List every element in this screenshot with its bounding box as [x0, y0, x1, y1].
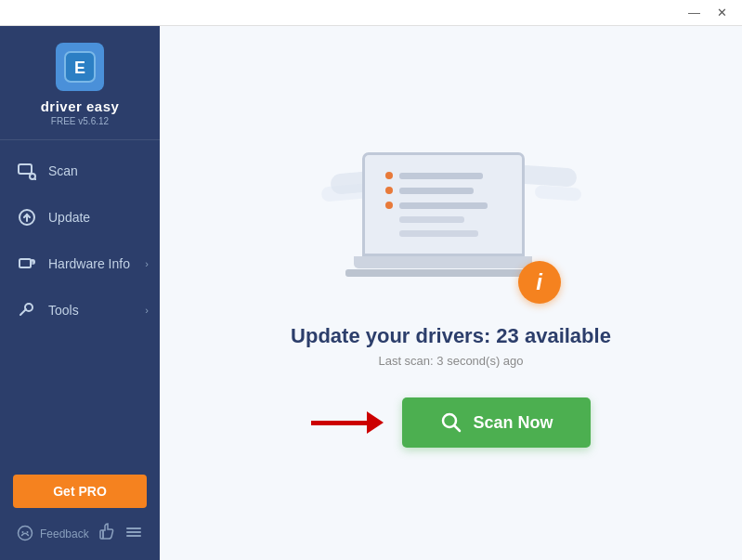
- sidebar-footer: Get PRO Feedback: [0, 465, 160, 560]
- get-pro-button[interactable]: Get PRO: [13, 475, 147, 508]
- scan-row: Scan Now: [311, 397, 590, 448]
- laptop: [362, 152, 540, 277]
- scan-now-button[interactable]: Scan Now: [402, 397, 590, 448]
- minimize-button[interactable]: —: [681, 4, 708, 21]
- titlebar: — ✕: [0, 0, 742, 26]
- arrow-body: [311, 421, 367, 425]
- main-text-area: Update your drivers: 23 available Last s…: [291, 324, 611, 368]
- tools-icon: [17, 300, 37, 320]
- sidebar-nav: Scan Update i: [0, 140, 160, 465]
- svg-line-19: [455, 426, 461, 432]
- main-title: Update your drivers: 23 available: [291, 324, 611, 348]
- arrow-right: [311, 411, 384, 434]
- hardware-info-icon: i: [17, 254, 37, 274]
- logo-icon: E: [56, 43, 104, 91]
- svg-rect-2: [19, 164, 32, 174]
- list-icon[interactable]: [124, 523, 143, 545]
- scan-icon: [17, 161, 37, 181]
- main-content: i Update your drivers: 23 available Last…: [160, 26, 742, 560]
- svg-point-13: [27, 531, 29, 533]
- logo-version: FREE v5.6.12: [51, 116, 109, 126]
- arrow-head: [367, 411, 384, 434]
- sidebar-item-scan[interactable]: Scan: [0, 148, 160, 194]
- thumbsup-icon[interactable]: [98, 523, 116, 545]
- sidebar-item-hardware-info[interactable]: i Hardware Info ›: [0, 241, 160, 287]
- update-icon: [17, 207, 37, 228]
- svg-text:E: E: [74, 59, 85, 77]
- feedback-label: Feedback: [40, 527, 89, 540]
- scan-now-label: Scan Now: [473, 413, 553, 433]
- sidebar-item-hardware-info-label: Hardware Info: [48, 256, 130, 271]
- illustration: i: [321, 138, 581, 315]
- sidebar-item-tools-label: Tools: [48, 303, 79, 318]
- sidebar-item-scan-label: Scan: [48, 163, 78, 178]
- main-subtitle: Last scan: 3 second(s) ago: [291, 354, 611, 368]
- app-container: E driver easy FREE v5.6.12 Scan: [0, 26, 742, 560]
- sidebar-bottom: Feedback: [13, 517, 147, 545]
- feedback-item[interactable]: Feedback: [17, 525, 89, 544]
- svg-point-12: [22, 531, 24, 533]
- logo-title: driver easy: [41, 98, 120, 114]
- sidebar-item-tools[interactable]: Tools ›: [0, 287, 160, 333]
- sidebar-item-update-label: Update: [48, 210, 90, 225]
- close-button[interactable]: ✕: [709, 4, 735, 21]
- feedback-icon: [17, 525, 33, 544]
- svg-line-4: [35, 179, 37, 181]
- svg-rect-14: [100, 530, 103, 539]
- svg-point-10: [25, 304, 33, 311]
- scan-search-icon: [439, 410, 463, 435]
- sidebar-logo: E driver easy FREE v5.6.12: [0, 26, 160, 140]
- sidebar: E driver easy FREE v5.6.12 Scan: [0, 26, 160, 560]
- sidebar-item-update[interactable]: Update: [0, 194, 160, 241]
- hardware-info-arrow-icon: ›: [145, 258, 149, 269]
- tools-arrow-icon: ›: [145, 305, 149, 316]
- svg-rect-7: [20, 259, 31, 267]
- info-badge: i: [518, 261, 561, 304]
